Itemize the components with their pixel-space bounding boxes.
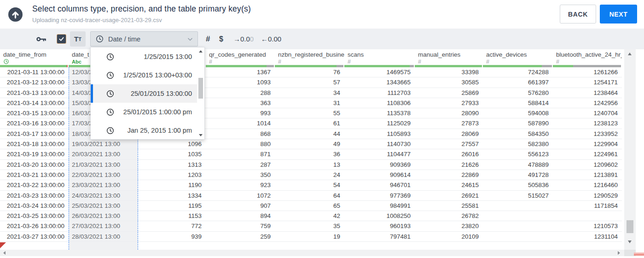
table-cell[interactable]: 1240704 — [553, 108, 622, 118]
table-cell[interactable]: 19/03/2021 13:00 — [69, 139, 138, 149]
table-cell[interactable]: 960193 — [344, 221, 415, 231]
table-cell[interactable]: 61 — [275, 118, 344, 128]
table-cell[interactable]: 2021-03-25 13:00:00 — [0, 211, 69, 221]
table-cell[interactable]: 363 — [206, 98, 275, 108]
table-cell[interactable]: 923 — [206, 180, 275, 190]
table-cell[interactable]: 868 — [206, 129, 275, 139]
table-cell[interactable]: 491728 — [483, 170, 553, 180]
dropdown-scrollbar[interactable] — [197, 47, 204, 139]
table-cell[interactable]: 1233952 — [553, 129, 622, 139]
table-cell[interactable]: 576280 — [483, 88, 553, 98]
dropdown-item[interactable]: 25/01/2015 1:00:00 pm — [91, 103, 197, 121]
primary-key-icon[interactable] — [36, 35, 47, 46]
table-cell[interactable]: 2021-03-14 13:00:00 — [0, 98, 69, 108]
text-type-button[interactable]: TT — [70, 31, 86, 47]
table-cell[interactable]: 27/03/2021 13:00 — [69, 221, 138, 231]
table-cell[interactable]: 1135378 — [344, 108, 415, 118]
column-header[interactable]: manual_entries# — [415, 49, 483, 67]
table-cell[interactable]: 478889 — [483, 160, 553, 170]
table-cell[interactable]: 34 — [275, 88, 344, 98]
table-cell[interactable]: 1290529 — [553, 191, 622, 200]
table-cell[interactable]: 1008250 — [344, 211, 415, 221]
table-cell[interactable]: 2021-03-17 13:00:00 — [0, 129, 69, 139]
table-cell[interactable]: 1108306 — [344, 98, 415, 108]
table-cell[interactable]: 584350 — [483, 129, 553, 139]
table-cell[interactable]: 31 — [275, 98, 344, 108]
table-cell[interactable]: 350 — [206, 170, 275, 180]
table-cell[interactable]: 22/03/2021 13:00 — [69, 170, 138, 180]
dropdown-item[interactable]: 1/25/2015 13:00 — [91, 47, 197, 66]
table-cell[interactable]: 1231104 — [553, 232, 622, 241]
table-cell[interactable]: 907 — [206, 201, 275, 211]
table-cell[interactable]: 1140730 — [344, 139, 415, 149]
table-cell[interactable]: 1195 — [138, 201, 206, 211]
table-cell[interactable]: 797481 — [344, 232, 415, 241]
table-cell[interactable]: 772 — [138, 221, 206, 231]
vertical-scrollbar[interactable] — [624, 49, 636, 250]
table-cell[interactable]: 21/03/2021 13:00 — [69, 160, 138, 170]
table-cell[interactable]: 1238123 — [553, 118, 622, 128]
table-cell[interactable]: 28069 — [415, 129, 483, 139]
number-type-button[interactable]: # — [206, 29, 210, 49]
scroll-right-icon[interactable] — [618, 251, 620, 255]
table-cell[interactable]: 1104477 — [344, 149, 415, 159]
back-button[interactable]: BACK — [560, 5, 596, 23]
table-cell[interactable]: 28/03/2021 13:00 — [69, 232, 138, 241]
scroll-up-icon[interactable] — [628, 53, 632, 55]
table-cell[interactable]: 26016 — [415, 149, 483, 159]
table-cell[interactable]: 23/03/2021 13:00 — [69, 180, 138, 190]
table-cell[interactable]: 1238464 — [553, 88, 622, 98]
table-cell[interactable]: 287 — [206, 160, 275, 170]
table-cell[interactable]: 909369 — [344, 160, 415, 170]
next-button[interactable]: NEXT — [600, 5, 637, 23]
table-cell[interactable]: 1261266 — [553, 67, 622, 77]
table-cell[interactable]: 26921 — [415, 191, 483, 200]
scroll-left-icon[interactable] — [3, 251, 6, 255]
table-cell[interactable]: 1313 — [138, 160, 206, 170]
table-cell[interactable]: 26782 — [415, 211, 483, 221]
table-cell[interactable]: 24615 — [415, 180, 483, 190]
table-cell[interactable]: 25/03/2021 13:00 — [69, 201, 138, 211]
table-cell[interactable]: 2021-03-19 13:00:00 — [0, 149, 69, 159]
scroll-down-icon[interactable] — [628, 240, 632, 243]
table-cell[interactable]: 28090 — [415, 108, 483, 118]
table-cell[interactable]: 64 — [275, 191, 344, 200]
table-cell[interactable]: 1254171 — [553, 77, 622, 87]
column-header[interactable]: date_time_from — [0, 49, 69, 67]
table-cell[interactable]: 25869 — [415, 88, 483, 98]
table-cell[interactable]: 993 — [206, 108, 275, 118]
decimal-decrease-button[interactable]: ←0.00 — [261, 29, 281, 49]
dropdown-scroll-up-icon[interactable] — [199, 50, 203, 53]
table-cell[interactable]: 2021-03-23 13:00:00 — [0, 191, 69, 200]
table-cell[interactable]: 1224961 — [553, 149, 622, 159]
table-cell[interactable]: 27873 — [415, 118, 483, 128]
table-cell[interactable]: 21626 — [415, 160, 483, 170]
table-cell[interactable]: 1093 — [206, 77, 275, 87]
table-cell[interactable]: 35 — [275, 221, 344, 231]
table-cell[interactable]: 36 — [275, 149, 344, 159]
table-cell[interactable]: 505836 — [483, 180, 553, 190]
table-cell[interactable]: 515027 — [483, 191, 553, 200]
table-cell[interactable]: 556123 — [483, 149, 553, 159]
table-cell[interactable]: 20109 — [415, 232, 483, 241]
table-cell[interactable]: 1216460 — [553, 180, 622, 190]
table-cell[interactable]: 1153 — [138, 211, 206, 221]
table-cell[interactable]: 894 — [206, 211, 275, 221]
table-cell[interactable]: 661397 — [483, 77, 553, 87]
table-cell[interactable]: 1209602 — [553, 160, 622, 170]
table-cell[interactable]: 946701 — [344, 180, 415, 190]
table-cell[interactable]: 2021-03-22 13:00:00 — [0, 180, 69, 190]
dropdown-item[interactable]: Jan 25, 2015 1:00 pm — [91, 121, 197, 140]
table-cell[interactable]: 984991 — [344, 201, 415, 211]
table-cell[interactable]: 54 — [275, 180, 344, 190]
table-cell[interactable]: 20/03/2021 13:00 — [69, 149, 138, 159]
dropdown-scroll-thumb[interactable] — [198, 78, 203, 99]
table-cell[interactable]: 1125029 — [344, 118, 415, 128]
currency-type-button[interactable]: $ — [219, 29, 223, 49]
table-cell[interactable]: 2021-03-11 13:00:00 — [0, 67, 69, 77]
table-cell[interactable]: 2021-03-24 13:00:00 — [0, 201, 69, 211]
dropdown-scroll-down-icon[interactable] — [199, 134, 203, 136]
table-cell[interactable]: 909614 — [344, 170, 415, 180]
table-cell[interactable]: 27557 — [415, 139, 483, 149]
column-header[interactable]: bluetooth_active_24_hr_# — [553, 49, 622, 67]
